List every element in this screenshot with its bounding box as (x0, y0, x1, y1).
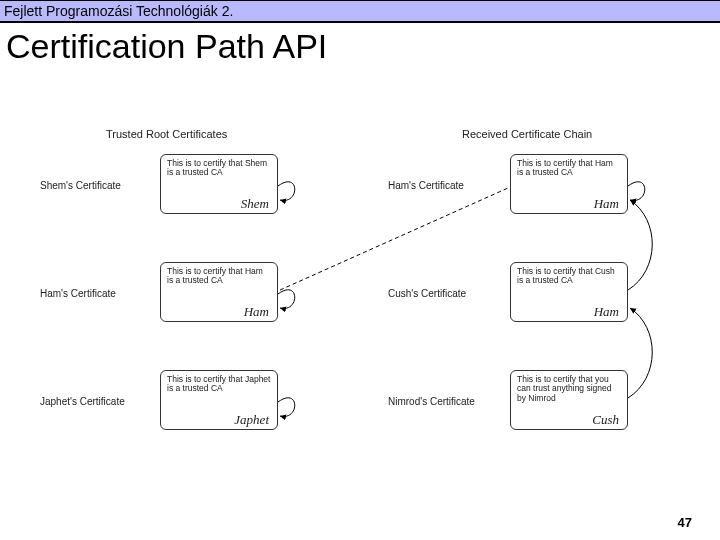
label-nimrod-cert: Nimrod's Certificate (388, 396, 488, 407)
course-name: Fejlett Programozási Technológiák 2. (4, 3, 233, 19)
cert-cush-text: This is to certify that Cush is a truste… (517, 266, 615, 285)
cert-japhet: This is to certify that Japhet is a trus… (160, 370, 278, 430)
column-header-left: Trusted Root Certificates (106, 128, 227, 140)
cert-japhet-text: This is to certify that Japhet is a trus… (167, 374, 270, 393)
cert-ham-left-text: This is to certify that Ham is a trusted… (167, 266, 263, 285)
cert-shem-sig: Shem (241, 197, 269, 211)
cert-japhet-sig: Japhet (234, 413, 269, 427)
arrow-cush-to-ham-icon (628, 200, 652, 290)
label-ham-cert-right: Ham's Certificate (388, 180, 488, 191)
cert-ham-right-sig: Ham (594, 197, 619, 211)
label-cush-cert: Cush's Certificate (388, 288, 488, 299)
arrow-ham-left-self-icon (278, 290, 295, 309)
diagram-area: Trusted Root Certificates Received Certi… (0, 100, 720, 510)
label-shem-cert: Shem's Certificate (40, 180, 140, 191)
label-ham-cert: Ham's Certificate (40, 288, 140, 299)
arrow-japhet-self-icon (278, 398, 295, 417)
cert-ham-right: This is to certify that Ham is a trusted… (510, 154, 628, 214)
slide-title: Certification Path API (0, 23, 720, 68)
cert-nimrod-sig: Cush (592, 413, 619, 427)
cert-nimrod: This is to certify that you can trust an… (510, 370, 628, 430)
cert-ham-right-text: This is to certify that Ham is a trusted… (517, 158, 613, 177)
cert-shem: This is to certify that Shem is a truste… (160, 154, 278, 214)
label-japhet-cert: Japhet's Certificate (40, 396, 140, 407)
column-header-right: Received Certificate Chain (462, 128, 592, 140)
cert-shem-text: This is to certify that Shem is a truste… (167, 158, 267, 177)
arrow-nimrod-to-cush-icon (628, 308, 652, 398)
cert-ham-left-sig: Ham (244, 305, 269, 319)
cert-cush: This is to certify that Cush is a truste… (510, 262, 628, 322)
slide-number: 47 (678, 515, 692, 530)
cert-ham-left: This is to certify that Ham is a trusted… (160, 262, 278, 322)
arrow-ham-right-self-icon (628, 182, 645, 201)
arrow-shem-self-icon (278, 182, 295, 201)
arrow-ham-equivalence-icon (280, 188, 508, 290)
cert-cush-sig: Ham (594, 305, 619, 319)
header-bar: Fejlett Programozási Technológiák 2. (0, 0, 720, 23)
cert-nimrod-text: This is to certify that you can trust an… (517, 374, 612, 403)
